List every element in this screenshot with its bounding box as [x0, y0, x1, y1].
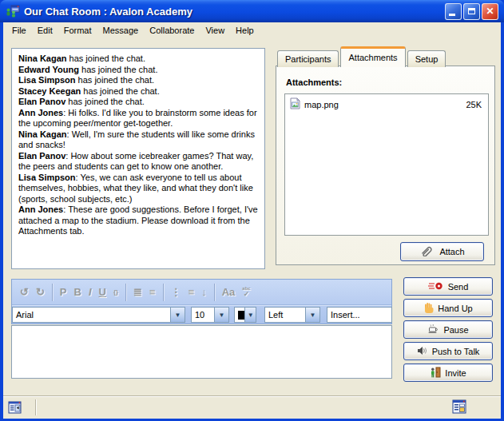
- close-icon[interactable]: ✕: [482, 3, 498, 20]
- attachments-list: map.png 25K: [284, 93, 489, 236]
- redo-icon[interactable]: ↻: [36, 287, 45, 297]
- chat-message: Lisa Simpson has joined the chat.: [18, 75, 258, 86]
- layout-status-icon[interactable]: [451, 399, 467, 418]
- speaker-icon: [417, 346, 428, 357]
- titlebar[interactable]: Our Chat Room : Avalon Academy ✕: [0, 0, 504, 22]
- send-button[interactable]: Send: [403, 277, 493, 296]
- font-icon[interactable]: Aa: [222, 287, 236, 297]
- chat-message: Nina Kagan has joined the chat.: [18, 54, 258, 65]
- tab-attachments[interactable]: Attachments: [340, 46, 405, 67]
- minimize-icon[interactable]: [445, 3, 462, 20]
- menu-edit[interactable]: Edit: [32, 24, 58, 37]
- formatting-toolbar: ↺ ↻ P B I U {} ≣ ≡ ⋮ ≡ ↓ Aa abc ✓: [11, 279, 392, 324]
- person-door-icon: [430, 367, 441, 379]
- coffee-cup-icon: [427, 324, 439, 336]
- hand-up-button[interactable]: Hand Up: [403, 299, 493, 317]
- chat-message: Lisa Simpson: Yes, we can ask everyone t…: [18, 173, 258, 205]
- menu-file[interactable]: File: [6, 24, 32, 37]
- attachments-panel: Attachments: map.png 25K: [276, 66, 495, 265]
- insert-control[interactable]: Insert...: [327, 307, 392, 323]
- invite-button-label: Invite: [445, 368, 466, 378]
- fixed-width-icon[interactable]: {}: [113, 289, 118, 296]
- status-bar: [3, 395, 501, 419]
- invite-button[interactable]: Invite: [403, 363, 493, 382]
- decrease-indent-icon[interactable]: ≡: [149, 287, 156, 297]
- client-area: Nina Kagan has joined the chat. Edward Y…: [3, 38, 501, 418]
- paperclip-icon: [419, 245, 435, 258]
- audio-status-icon[interactable]: [8, 400, 22, 418]
- chat-message: Elan Panov: How about some icebreaker ga…: [18, 151, 258, 173]
- chat-message: Stacey Keegan has joined the chat.: [18, 86, 258, 97]
- attachment-name: map.png: [304, 100, 339, 109]
- toolbar-separator: [52, 284, 53, 301]
- chat-message: Elan Panov has joined the chat.: [18, 97, 258, 108]
- chevron-down-icon[interactable]: ▼: [170, 308, 185, 322]
- chat-message: Nina Kagan: Well, I'm sure the students …: [18, 129, 258, 151]
- chat-message: Edward Young has joined the chat.: [18, 65, 258, 76]
- toolbar-separator: [125, 284, 126, 301]
- increase-indent-icon[interactable]: ≣: [133, 287, 142, 297]
- chat-log: Nina Kagan has joined the chat. Edward Y…: [11, 48, 265, 269]
- push-to-talk-button-label: Push to Talk: [432, 347, 480, 356]
- chevron-down-icon[interactable]: ▼: [244, 308, 256, 322]
- attach-button-label: Attach: [439, 247, 464, 256]
- compose-controls-row: Arial ▼ 10 ▼ ▼ Left ▼ Insert...: [12, 305, 391, 324]
- menu-message[interactable]: Message: [97, 24, 145, 37]
- font-size-select[interactable]: 10 ▼: [191, 307, 229, 323]
- send-button-label: Send: [448, 282, 469, 292]
- hand-icon: [423, 302, 434, 315]
- underline-icon[interactable]: U: [99, 287, 106, 297]
- menu-bar: File Edit Format Message Collaborate Vie…: [3, 22, 501, 38]
- chat-people-icon: [6, 5, 20, 18]
- attachments-label: Attachments:: [286, 77, 342, 87]
- maximize-icon[interactable]: [463, 3, 480, 20]
- chat-room-window: Our Chat Room : Avalon Academy ✕ File Ed…: [0, 0, 504, 421]
- message-input[interactable]: [11, 325, 392, 379]
- tab-strip: Participants Attachments Setup: [277, 48, 447, 67]
- toolbar-icon-row: ↺ ↻ P B I U {} ≣ ≡ ⋮ ≡ ↓ Aa abc ✓: [12, 280, 391, 305]
- menu-format[interactable]: Format: [58, 24, 97, 37]
- attachment-size: 25K: [466, 100, 482, 109]
- bullet-list-icon[interactable]: ⋮: [171, 287, 181, 297]
- image-file-icon: [290, 97, 300, 111]
- bold-icon[interactable]: B: [73, 287, 81, 297]
- color-swatch: [238, 311, 244, 320]
- chat-message: Ann Jones: Hi folks. I'd like you to bra…: [18, 108, 258, 129]
- toolbar-separator: [214, 284, 215, 301]
- alignment-select[interactable]: Left ▼: [264, 307, 320, 323]
- plain-text-icon[interactable]: P: [60, 287, 67, 297]
- spell-check-icon[interactable]: abc ✓: [242, 286, 250, 298]
- chevron-down-icon[interactable]: ▼: [305, 308, 319, 322]
- pause-button-label: Pause: [443, 325, 468, 335]
- push-to-talk-button[interactable]: Push to Talk: [403, 342, 493, 360]
- tab-setup[interactable]: Setup: [407, 50, 446, 67]
- send-swoosh-icon: [428, 281, 444, 292]
- tab-participants[interactable]: Participants: [277, 50, 339, 67]
- window-controls: ✕: [445, 3, 498, 20]
- hand-up-button-label: Hand Up: [438, 304, 472, 313]
- font-color-select[interactable]: ▼: [234, 307, 256, 323]
- undo-icon[interactable]: ↺: [20, 287, 29, 297]
- menu-help[interactable]: Help: [230, 24, 260, 37]
- italic-icon[interactable]: I: [89, 287, 92, 297]
- chevron-down-icon[interactable]: ▼: [214, 308, 228, 322]
- insert-below-icon[interactable]: ↓: [201, 287, 207, 297]
- menu-collaborate[interactable]: Collaborate: [144, 24, 200, 37]
- font-family-select[interactable]: Arial ▼: [12, 307, 185, 323]
- pause-button[interactable]: Pause: [403, 320, 493, 339]
- chat-message: Ann Jones: These are good suggestions. B…: [18, 205, 258, 237]
- attach-button[interactable]: Attach: [400, 242, 484, 261]
- menu-view[interactable]: View: [200, 24, 230, 37]
- horizontal-rule-icon[interactable]: ≡: [189, 287, 195, 297]
- attachment-row[interactable]: map.png 25K: [285, 94, 488, 111]
- toolbar-separator: [163, 284, 164, 301]
- status-separator: [35, 399, 36, 415]
- window-title: Our Chat Room : Avalon Academy: [24, 6, 445, 18]
